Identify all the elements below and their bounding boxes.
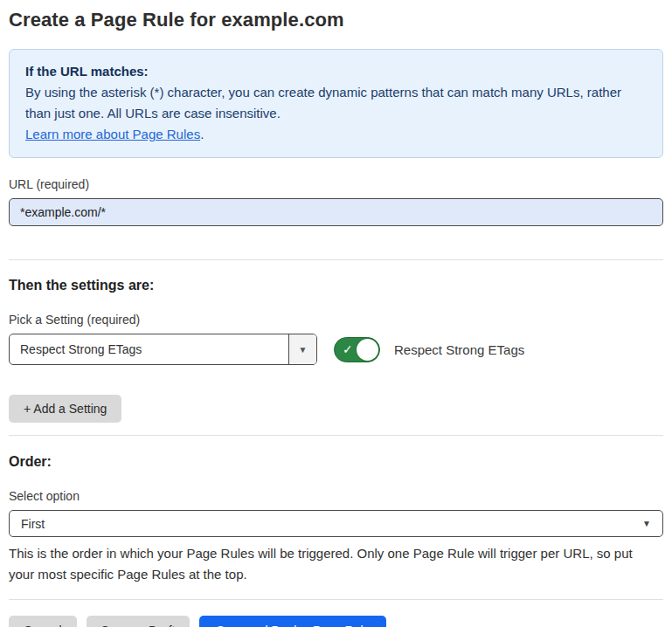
setting-toggle-group: ✓ Respect Strong ETags <box>334 337 524 362</box>
link-period: . <box>200 127 204 141</box>
setting-select-caret-button[interactable]: ▼ <box>288 334 316 364</box>
toggle-knob <box>357 339 378 361</box>
setting-select[interactable]: Respect Strong ETags ▼ <box>9 334 317 365</box>
order-help-text: This is the order in which your Page Rul… <box>9 543 660 585</box>
setting-toggle[interactable]: ✓ <box>334 337 380 362</box>
pick-setting-label: Pick a Setting (required) <box>9 313 663 327</box>
select-option-label: Select option <box>9 489 663 503</box>
add-setting-button[interactable]: + Add a Setting <box>9 395 121 423</box>
section-divider <box>9 259 663 260</box>
footer-actions: Cancel Save as Draft Save and Deploy Pag… <box>9 616 663 627</box>
save-deploy-button[interactable]: Save and Deploy Page Rule <box>199 616 386 627</box>
footer-divider <box>9 599 663 600</box>
order-select-value: First <box>21 517 45 531</box>
url-match-info-box: If the URL matches: By using the asteris… <box>9 49 663 158</box>
chevron-down-icon: ▼ <box>299 345 308 355</box>
setting-select-value: Respect Strong ETags <box>10 334 288 364</box>
order-section-heading: Order: <box>9 454 663 470</box>
setting-row: Respect Strong ETags ▼ ✓ Respect Strong … <box>9 334 663 365</box>
order-select[interactable]: First ▼ <box>9 510 663 537</box>
section-divider <box>9 435 663 436</box>
cancel-button[interactable]: Cancel <box>9 616 77 627</box>
chevron-down-icon: ▼ <box>642 519 651 528</box>
info-box-heading: If the URL matches: <box>25 61 647 82</box>
page-title: Create a Page Rule for example.com <box>9 9 663 31</box>
check-icon: ✓ <box>343 343 353 355</box>
url-input[interactable] <box>9 198 663 226</box>
setting-toggle-label: Respect Strong ETags <box>394 342 524 357</box>
info-box-body: By using the asterisk (*) character, you… <box>25 82 647 124</box>
save-draft-button[interactable]: Save as Draft <box>87 616 191 627</box>
info-box-link-line: Learn more about Page Rules. <box>25 124 647 145</box>
url-label: URL (required) <box>9 177 663 191</box>
learn-more-link[interactable]: Learn more about Page Rules <box>25 127 200 141</box>
settings-section-heading: Then the settings are: <box>9 278 663 293</box>
